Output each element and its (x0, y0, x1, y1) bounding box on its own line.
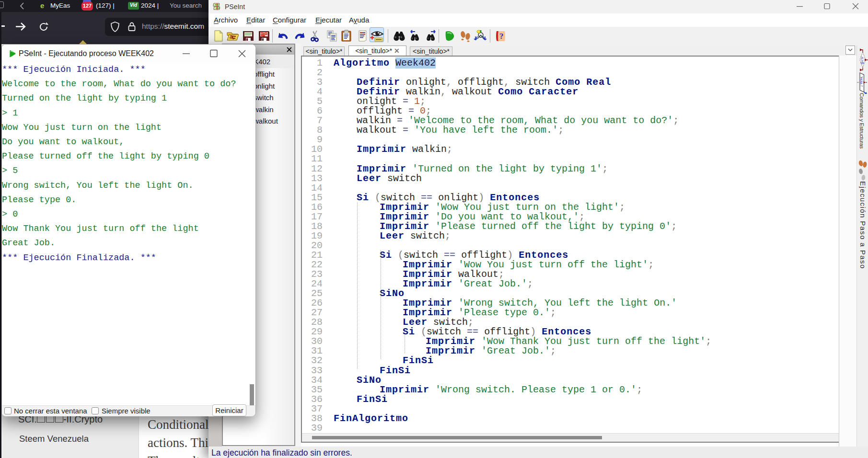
svg-text:'Hola !': 'Hola !' (859, 76, 864, 87)
svg-text:A>B: A>B (860, 57, 865, 65)
svg-text:?: ? (499, 32, 504, 41)
